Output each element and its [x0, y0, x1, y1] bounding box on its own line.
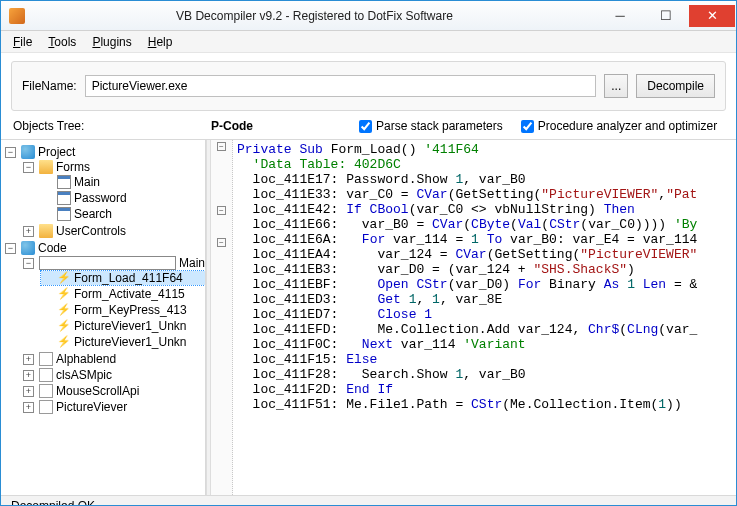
tree-pv1[interactable]: PictureViever1_Unkn — [74, 319, 187, 333]
menu-plugins[interactable]: Plugins — [84, 33, 139, 51]
project-icon — [21, 145, 35, 159]
event-icon: ⚡ — [57, 271, 71, 285]
window-buttons: ─ ☐ ✕ — [597, 5, 735, 27]
close-button[interactable]: ✕ — [689, 5, 735, 27]
decompile-button[interactable]: Decompile — [636, 74, 715, 98]
event-icon: ⚡ — [57, 319, 71, 333]
menu-file[interactable]: File — [5, 33, 40, 51]
event-icon: ⚡ — [57, 303, 71, 317]
form-icon — [57, 191, 71, 205]
tree-formkeypress[interactable]: Form_KeyPress_413 — [74, 303, 187, 317]
toolbar: FileName: ... Decompile — [11, 61, 726, 111]
tree-usercontrols[interactable]: UserControls — [56, 224, 126, 238]
toggle-icon[interactable]: + — [23, 226, 34, 237]
toggle-icon[interactable]: + — [23, 354, 34, 365]
module-icon — [39, 352, 53, 366]
menu-tools[interactable]: Tools — [40, 33, 84, 51]
fold-icon[interactable]: − — [217, 238, 226, 247]
module-icon — [39, 256, 176, 270]
tree-main[interactable]: Main — [74, 175, 100, 189]
tree-forms[interactable]: Forms — [56, 160, 90, 174]
fold-icon[interactable]: − — [217, 142, 226, 151]
menubar: File Tools Plugins Help — [1, 31, 736, 53]
app-icon — [9, 8, 25, 24]
proc-optimizer-checkbox[interactable]: Procedure analyzer and optimizer — [521, 119, 717, 133]
code-lines: Private Sub Form_Load() '411F64 'Data Ta… — [211, 140, 736, 414]
tree-alpha[interactable]: Alphablend — [56, 352, 116, 366]
tree-main2[interactable]: Main — [179, 256, 205, 270]
form-icon — [57, 207, 71, 221]
toggle-icon[interactable]: + — [23, 386, 34, 397]
titlebar: VB Decompiler v9.2 - Registered to DotFi… — [1, 1, 736, 31]
fold-icon[interactable]: − — [217, 206, 226, 215]
tree-formload[interactable]: Form_Load_411F64 — [74, 271, 183, 285]
filename-input[interactable] — [85, 75, 597, 97]
toggle-icon[interactable]: − — [23, 162, 34, 173]
objects-tree[interactable]: −Project −Forms Main Password Search +Us… — [1, 140, 206, 495]
window-title: VB Decompiler v9.2 - Registered to DotFi… — [32, 9, 597, 23]
menu-help[interactable]: Help — [140, 33, 181, 51]
tree-password[interactable]: Password — [74, 191, 127, 205]
module-icon — [39, 368, 53, 382]
tree-pv2[interactable]: PictureViever1_Unkn — [74, 335, 187, 349]
tree-mouse[interactable]: MouseScrollApi — [56, 384, 139, 398]
folder-icon — [39, 224, 53, 238]
maximize-button[interactable]: ☐ — [643, 5, 689, 27]
module-icon — [39, 384, 53, 398]
gutter: − − − — [211, 140, 233, 495]
minimize-button[interactable]: ─ — [597, 5, 643, 27]
event-icon: ⚡ — [57, 287, 71, 301]
toggle-icon[interactable]: − — [5, 243, 16, 254]
filename-label: FileName: — [22, 79, 77, 93]
toggle-icon[interactable]: − — [23, 258, 34, 269]
tree-pic[interactable]: PictureViever — [56, 400, 127, 414]
parse-stack-input[interactable] — [359, 120, 372, 133]
tree-project[interactable]: Project — [38, 145, 75, 159]
objects-tree-label: Objects Tree: — [13, 119, 193, 133]
module-icon — [39, 400, 53, 414]
folder-icon — [39, 160, 53, 174]
code-viewer[interactable]: − − − Private Sub Form_Load() '411F64 'D… — [211, 140, 736, 495]
status-text: Decompiled OK — [11, 499, 95, 506]
status-bar: Decompiled OK — [1, 495, 736, 506]
proc-optimizer-input[interactable] — [521, 120, 534, 133]
tree-formactivate[interactable]: Form_Activate_4115 — [74, 287, 185, 301]
toggle-icon[interactable]: + — [23, 402, 34, 413]
event-icon: ⚡ — [57, 335, 71, 349]
form-icon — [57, 175, 71, 189]
browse-button[interactable]: ... — [604, 74, 628, 98]
toggle-icon[interactable]: − — [5, 147, 16, 158]
pcode-label: P-Code — [211, 119, 341, 133]
toggle-icon[interactable]: + — [23, 370, 34, 381]
tree-cls[interactable]: clsASMpic — [56, 368, 112, 382]
parse-stack-checkbox[interactable]: Parse stack parameters — [359, 119, 503, 133]
main-area: −Project −Forms Main Password Search +Us… — [1, 139, 736, 495]
tree-code[interactable]: Code — [38, 241, 67, 255]
project-icon — [21, 241, 35, 255]
options-row: Objects Tree: P-Code Parse stack paramet… — [1, 117, 736, 139]
tree-search[interactable]: Search — [74, 207, 112, 221]
